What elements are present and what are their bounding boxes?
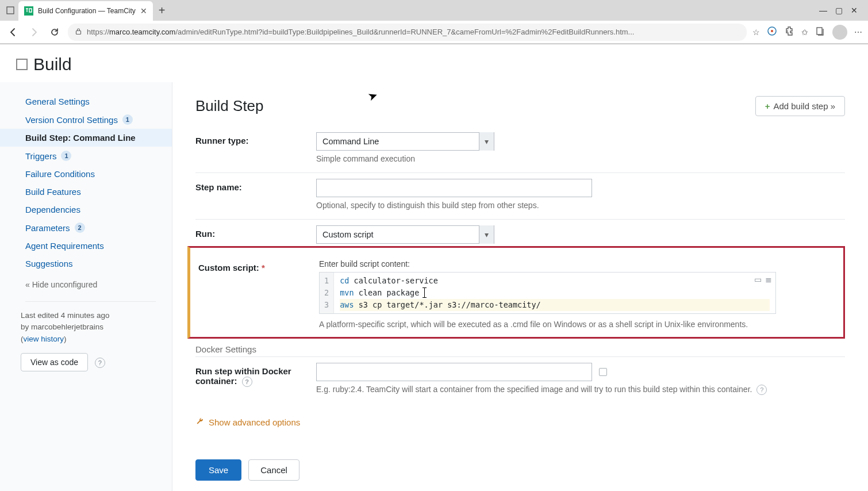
save-button[interactable]: Save	[195, 459, 241, 481]
editor-fullscreen-icon[interactable]: ▭	[754, 275, 762, 284]
show-advanced-options-link[interactable]: Show advanced options	[195, 417, 845, 427]
count-badge: 1	[122, 114, 133, 125]
docker-container-input[interactable]	[316, 363, 592, 381]
step-name-label: Step name:	[195, 179, 316, 192]
step-name-hint: Optional, specify to distinguish this bu…	[316, 201, 845, 210]
window-maximize-icon[interactable]: ▢	[835, 6, 843, 15]
run-mode-select[interactable]: Custom script ▾	[316, 225, 494, 244]
sidebar-item-label: Agent Requirements	[25, 241, 104, 251]
sidebar-item-version-control-settings[interactable]: Version Control Settings1	[0, 110, 172, 129]
sidebar-item-build-features[interactable]: Build Features	[0, 183, 172, 201]
nav-back-icon[interactable]	[6, 25, 21, 40]
svg-rect-0	[7, 7, 14, 14]
svg-rect-5	[817, 28, 822, 34]
extensions-icon[interactable]	[784, 26, 794, 38]
sidebar-item-label: General Settings	[25, 97, 90, 106]
address-bar[interactable]: https://marco.teamcity.com/admin/editRun…	[68, 24, 747, 41]
hide-unconfigured-link[interactable]: « Hide unconfigured	[0, 276, 172, 293]
favorites-bar-icon[interactable]: ✩	[801, 28, 808, 37]
wrench-icon	[195, 417, 204, 427]
sidebar-item-label: Dependencies	[25, 205, 80, 214]
profile-avatar-icon[interactable]	[832, 25, 847, 40]
window-minimize-icon[interactable]: —	[819, 6, 827, 15]
section-title: Build Step	[195, 97, 264, 115]
tab-title: Build Configuration — TeamCity	[38, 7, 136, 15]
favorite-icon[interactable]: ☆	[752, 28, 760, 37]
sidebar-item-parameters[interactable]: Parameters2	[0, 218, 172, 237]
cancel-button[interactable]: Cancel	[248, 459, 299, 481]
docker-picker-icon[interactable]	[599, 368, 607, 376]
editor-wrap-icon[interactable]: ≣	[765, 275, 772, 284]
sidebar-item-label: Build Features	[25, 187, 81, 197]
sidebar-item-label: Suggestions	[25, 259, 73, 268]
sidebar-item-label: Triggers	[25, 151, 56, 161]
svg-point-4	[771, 30, 773, 32]
sidebar-item-triggers[interactable]: Triggers1	[0, 147, 172, 165]
view-history-link[interactable]: view history	[24, 335, 64, 343]
step-name-input[interactable]	[316, 179, 592, 197]
sidebar-item-label: Version Control Settings	[25, 115, 118, 125]
run-label: Run:	[195, 225, 316, 239]
svg-rect-2	[76, 30, 81, 34]
docker-container-label: Run step within Docker container: ?	[195, 363, 316, 387]
tab-close-icon[interactable]: ✕	[140, 6, 147, 16]
nav-forward-icon	[26, 25, 41, 40]
script-line: cd calculator-service	[340, 275, 770, 287]
sidebar-item-suggestions[interactable]: Suggestions	[0, 255, 172, 273]
sidebar-item-label: Build Step: Command Line	[25, 133, 136, 143]
mouse-cursor-icon: ➤	[366, 88, 379, 104]
sidebar-item-agent-requirements[interactable]: Agent Requirements	[0, 237, 172, 255]
chevron-down-icon: ▾	[479, 132, 494, 151]
line-number-gutter: 123	[320, 273, 334, 313]
browser-tab[interactable]: Build Configuration — TeamCity ✕	[18, 1, 153, 21]
tab-actions-icon[interactable]	[5, 5, 16, 16]
browser-chrome: Build Configuration — TeamCity ✕ + — ▢ ✕…	[0, 0, 868, 44]
url-text: https://marco.teamcity.com/admin/editRun…	[87, 28, 740, 36]
new-tab-button[interactable]: +	[155, 4, 169, 17]
page-title: Build	[16, 55, 852, 74]
custom-script-highlighted-area: Custom script: * Enter build script cont…	[187, 246, 845, 339]
build-type-icon	[16, 59, 28, 70]
runner-type-hint: Simple command execution	[316, 154, 845, 163]
count-badge: 2	[75, 223, 85, 233]
sidebar-item-general-settings[interactable]: General Settings	[0, 93, 172, 110]
script-line: aws s3 cp target/*.jar s3://marco-teamci…	[340, 299, 770, 311]
help-icon[interactable]: ?	[95, 358, 105, 368]
custom-script-label: Custom script: *	[198, 259, 319, 273]
last-edited-info: Last edited 4 minutes ago by marcobehler…	[0, 310, 172, 345]
docker-hint: E.g. ruby:2.4. TeamCity will start a con…	[316, 385, 845, 395]
runner-type-select[interactable]: Command Line ▾	[316, 132, 494, 151]
script-hint: A platform-specific script, which will b…	[319, 320, 835, 329]
add-build-step-button[interactable]: + Add build step »	[755, 96, 845, 116]
teamcity-favicon-icon	[24, 6, 33, 16]
sidebar-item-failure-conditions[interactable]: Failure Conditions	[0, 165, 172, 183]
main-content: Build Step ➤ + Add build step » Runner t…	[172, 82, 868, 491]
chevron-down-icon: ▾	[479, 225, 494, 244]
sidebar-item-build-step-command-line[interactable]: Build Step: Command Line	[0, 129, 172, 147]
more-icon[interactable]: ⋯	[854, 28, 862, 37]
count-badge: 1	[61, 151, 71, 161]
collections-icon[interactable]	[815, 26, 825, 38]
runner-type-label: Runner type:	[195, 132, 316, 145]
help-icon[interactable]: ?	[756, 385, 767, 395]
docker-settings-header: Docker Settings	[195, 339, 845, 357]
custom-script-editor[interactable]: 123 cd calculator-servicemvn clean packa…	[319, 272, 776, 314]
nav-reload-icon[interactable]	[47, 25, 62, 40]
sidebar: General SettingsVersion Control Settings…	[0, 82, 172, 491]
window-close-icon[interactable]: ✕	[851, 6, 858, 15]
script-line: mvn clean package	[340, 287, 770, 299]
ext-icon-1[interactable]	[767, 26, 777, 38]
sidebar-item-label: Failure Conditions	[25, 169, 95, 179]
sidebar-item-label: Parameters	[25, 223, 70, 233]
script-prompt: Enter build script content:	[319, 259, 835, 268]
view-as-code-button[interactable]: View as code	[21, 353, 88, 371]
lock-icon	[75, 28, 82, 37]
plus-icon: +	[765, 101, 770, 111]
help-icon[interactable]: ?	[242, 377, 252, 387]
sidebar-item-dependencies[interactable]: Dependencies	[0, 201, 172, 218]
